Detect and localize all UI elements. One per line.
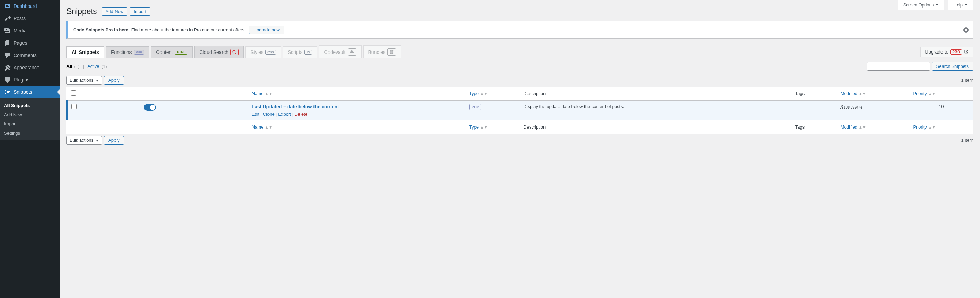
sort-icon: ▲▼ (480, 92, 488, 96)
column-type-footer[interactable]: Type▲▼ (466, 120, 520, 134)
dismiss-icon[interactable] (963, 27, 969, 33)
column-tags-header: Tags (792, 87, 837, 100)
search-button[interactable]: Search Snippets (932, 62, 973, 70)
admin-sidebar: Dashboard Posts Media Pages Comments App… (0, 0, 60, 298)
sidebar-item-comments[interactable]: Comments (0, 49, 60, 61)
add-new-button[interactable]: Add New (102, 7, 127, 16)
sidebar-item-plugins[interactable]: Plugins (0, 74, 60, 86)
apply-button-bottom[interactable]: Apply (104, 136, 124, 145)
sidebar-item-pages[interactable]: Pages (0, 37, 60, 49)
caret-down-icon (965, 4, 967, 6)
column-priority-header[interactable]: Priority▲▼ (910, 87, 973, 100)
external-link-icon (964, 49, 969, 54)
snippet-tags (792, 100, 837, 120)
modified-time: 3 mins ago (841, 104, 862, 109)
help-toggle[interactable]: Help (948, 0, 973, 10)
appearance-icon (4, 64, 11, 71)
sidebar-item-label: Posts (14, 16, 25, 21)
php-badge: PHP (134, 50, 145, 54)
bulk-actions-select-bottom[interactable]: Bulk actions (67, 136, 102, 145)
tablenav-bottom: Bulk actions Apply 1 item (67, 134, 973, 147)
column-type-header[interactable]: Type▲▼ (466, 87, 520, 100)
select-all-checkbox[interactable] (71, 90, 76, 96)
pages-icon (4, 40, 11, 46)
sort-icon: ▲▼ (859, 92, 866, 96)
snippet-title[interactable]: Last Updated – date below the content (252, 104, 339, 110)
svg-rect-3 (392, 51, 393, 52)
bulk-actions-bottom: Bulk actions Apply (67, 136, 124, 145)
import-button[interactable]: Import (130, 7, 150, 16)
type-badge: PHP (469, 104, 482, 110)
sidebar-item-label: Snippets (14, 89, 32, 95)
cloud-icon (348, 48, 356, 56)
svg-rect-5 (392, 52, 393, 54)
snippets-icon (4, 89, 11, 96)
tab-all-snippets[interactable]: All Snippets (67, 46, 104, 57)
clone-link[interactable]: Clone (263, 112, 275, 116)
main-content: Screen Options Help Snippets Add New Imp… (60, 0, 980, 298)
sidebar-subitem-add-new[interactable]: Add New (0, 110, 60, 120)
sidebar-item-label: Plugins (14, 77, 29, 83)
sidebar-subitem-all-snippets[interactable]: All Snippets (0, 101, 60, 110)
notice-text: Find more about the features in Pro and … (130, 27, 245, 32)
sort-icon: ▲▼ (480, 125, 488, 129)
upgrade-now-button[interactable]: Upgrade now (249, 25, 284, 34)
column-modified-header[interactable]: Modified▲▼ (837, 87, 910, 100)
tab-bundles[interactable]: Bundles (363, 45, 401, 58)
tab-codevault[interactable]: Codevault (319, 45, 361, 58)
sort-icon: ▲▼ (859, 125, 866, 129)
sidebar-item-appearance[interactable]: Appearance (0, 61, 60, 74)
tablenav-top: Bulk actions Apply 1 item (67, 74, 973, 87)
tab-scripts[interactable]: Scripts JS (283, 46, 318, 57)
sidebar-submenu: All Snippets Add New Import Settings (0, 98, 60, 140)
media-icon (4, 27, 11, 34)
search-icon (230, 49, 239, 55)
tab-styles[interactable]: Styles CSS (245, 46, 281, 57)
apply-button[interactable]: Apply (104, 76, 124, 84)
table-header-row: Name▲▼ Type▲▼ Description Tags Modified▲… (67, 87, 973, 100)
sidebar-item-label: Comments (14, 53, 37, 58)
row-checkbox[interactable] (71, 104, 77, 110)
sidebar-item-posts[interactable]: Posts (0, 12, 60, 25)
snippet-description: Display the update date below the conten… (520, 100, 792, 120)
select-all-checkbox-bottom[interactable] (71, 124, 76, 129)
tab-functions[interactable]: Functions PHP (106, 46, 149, 57)
sort-icon: ▲▼ (928, 125, 936, 129)
sort-icon: ▲▼ (928, 92, 936, 96)
sidebar-item-label: Appearance (14, 65, 40, 70)
column-modified-footer[interactable]: Modified▲▼ (837, 120, 910, 134)
column-description-header: Description (520, 87, 792, 100)
table-row: Last Updated – date below the content Ed… (67, 100, 973, 120)
sidebar-subitem-import[interactable]: Import (0, 120, 60, 129)
tab-cloud-search[interactable]: Cloud Search (194, 46, 243, 58)
column-name-header[interactable]: Name▲▼ (248, 87, 466, 100)
bulk-actions: Bulk actions Apply (67, 76, 124, 84)
column-name-footer[interactable]: Name▲▼ (248, 120, 466, 134)
search-area: Search Snippets (867, 62, 973, 70)
tab-content[interactable]: Content HTML (151, 46, 192, 57)
plugins-icon (4, 76, 11, 83)
export-link[interactable]: Export (278, 112, 291, 116)
screen-options-toggle[interactable]: Screen Options (897, 0, 945, 10)
sidebar-item-dashboard[interactable]: Dashboard (0, 0, 60, 12)
bulk-actions-select[interactable]: Bulk actions (67, 76, 102, 84)
comments-icon (4, 52, 11, 59)
filter-all[interactable]: All (67, 64, 72, 69)
priority-value: 10 (910, 100, 973, 120)
search-input[interactable] (867, 62, 930, 70)
sidebar-item-media[interactable]: Media (0, 25, 60, 37)
delete-link[interactable]: Delete (295, 112, 308, 116)
column-priority-footer[interactable]: Priority▲▼ (910, 120, 973, 134)
sidebar-item-label: Pages (14, 40, 27, 46)
filter-active[interactable]: Active (87, 64, 99, 69)
screen-meta-links: Screen Options Help (897, 0, 973, 10)
sidebar-item-snippets[interactable]: Snippets (0, 86, 60, 98)
page-title: Snippets (67, 7, 97, 16)
edit-link[interactable]: Edit (252, 112, 259, 116)
column-tags-footer: Tags (792, 120, 837, 134)
svg-point-1 (233, 51, 235, 53)
toggle-switch[interactable] (144, 104, 156, 111)
upgrade-to-pro-button[interactable]: Upgrade to PRO (920, 47, 973, 57)
page-header: Snippets Add New Import (67, 0, 973, 16)
sidebar-subitem-settings[interactable]: Settings (0, 129, 60, 138)
